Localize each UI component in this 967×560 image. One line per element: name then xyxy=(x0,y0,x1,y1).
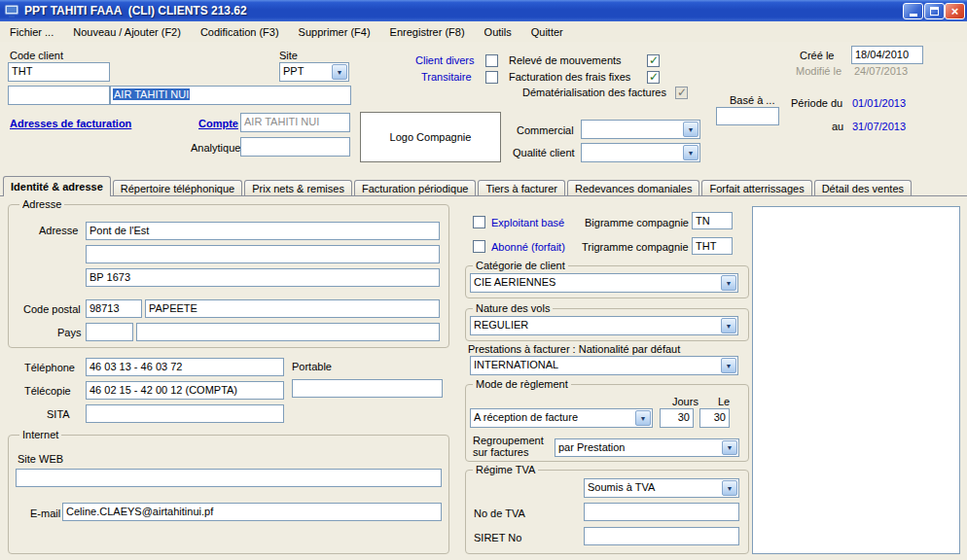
categorie-client-select[interactable]: CIE AERIENNES xyxy=(470,273,738,293)
no-tva-input[interactable] xyxy=(584,503,739,521)
tab-prix-nets-remises[interactable]: Prix nets & remises xyxy=(244,180,352,195)
trigramme-label: Trigramme compagnie xyxy=(582,241,689,253)
tab-facturation-periodique[interactable]: Facturation périodique xyxy=(354,180,476,195)
adresse-line1-input[interactable]: Pont de l'Est xyxy=(86,222,440,240)
transitaire-checkbox[interactable] xyxy=(485,71,498,84)
exploitant-base-checkbox[interactable] xyxy=(473,216,485,228)
logo-compagnie-label: Logo Compagnie xyxy=(390,131,472,143)
qualite-client-select[interactable] xyxy=(581,143,700,162)
site-select[interactable]: PPT xyxy=(279,62,349,82)
tab-identite-adresse[interactable]: Identité & adresse xyxy=(3,176,111,196)
base-a-input[interactable] xyxy=(716,107,779,125)
facturation-frais-fixes-checkbox[interactable] xyxy=(647,71,660,84)
sita-input[interactable] xyxy=(86,404,284,423)
dropdown-arrow-icon[interactable] xyxy=(722,440,737,455)
dematerialisation-checkbox[interactable] xyxy=(675,87,688,99)
regime-tva-select-value: Soumis à TVA xyxy=(588,481,721,493)
jours-label: Jours xyxy=(672,396,698,407)
echeance-select[interactable]: A réception de facture xyxy=(470,408,653,428)
trigramme-input[interactable]: THT xyxy=(692,237,733,255)
releve-mouvements-label: Relevé de mouvements xyxy=(509,54,622,66)
menu-codification[interactable]: Codification (F3) xyxy=(191,23,289,41)
dropdown-arrow-icon[interactable] xyxy=(683,122,698,137)
site-label: Site xyxy=(279,50,298,61)
portable-label: Portable xyxy=(292,361,332,372)
sita-label: SITA xyxy=(47,408,70,420)
notes-list-panel[interactable] xyxy=(752,206,960,554)
le-input[interactable]: 30 xyxy=(699,408,730,428)
regime-tva-select[interactable]: Soumis à TVA xyxy=(584,478,739,498)
cree-le-input[interactable]: 18/04/2010 xyxy=(851,46,923,64)
menu-supprimer[interactable]: Supprimer (F4) xyxy=(289,23,380,41)
site-web-input[interactable] xyxy=(16,469,442,487)
ville-input[interactable]: PAPEETE xyxy=(145,299,440,318)
menu-nouveau-ajouter[interactable]: Nouveau / Ajouter (F2) xyxy=(63,23,191,41)
adresse-line2-input[interactable] xyxy=(86,245,440,263)
telecopie-label: Télécopie xyxy=(24,385,71,397)
qualite-client-label: Qualité client xyxy=(513,147,575,158)
client-divers-checkbox[interactable] xyxy=(485,54,498,67)
client-code-secondary-input[interactable] xyxy=(8,86,110,105)
periode-du-value: 01/01/2013 xyxy=(852,97,906,109)
modifie-le-value: 24/07/2013 xyxy=(854,65,908,77)
adresse-line3-input[interactable]: BP 1673 xyxy=(86,268,440,287)
minimize-button[interactable] xyxy=(903,3,923,19)
releve-mouvements-checkbox[interactable] xyxy=(647,54,660,67)
commercial-select[interactable] xyxy=(581,120,700,139)
dropdown-arrow-icon[interactable] xyxy=(721,318,736,333)
menu-outils[interactable]: Outils xyxy=(475,23,521,41)
jours-input[interactable]: 30 xyxy=(660,408,694,428)
abonne-forfait-checkbox[interactable] xyxy=(473,240,485,253)
dropdown-arrow-icon[interactable] xyxy=(635,410,651,426)
prestations-select[interactable]: INTERNATIONAL xyxy=(470,356,738,375)
regroupement-label-line2: sur factures xyxy=(473,446,528,458)
siret-input[interactable] xyxy=(584,527,739,545)
portable-input[interactable] xyxy=(292,379,443,398)
maximize-button[interactable] xyxy=(924,3,945,19)
compte-link[interactable]: Compte xyxy=(198,118,238,129)
client-name-input[interactable]: AIR TAHITI NUI xyxy=(110,86,351,105)
telecopie-input[interactable]: 46 02 15 - 42 00 12 (COMPTA) xyxy=(86,381,284,400)
minimize-icon xyxy=(910,14,917,17)
prestations-select-value: INTERNATIONAL xyxy=(474,359,720,370)
maximize-icon xyxy=(930,7,939,16)
dropdown-arrow-icon[interactable] xyxy=(722,480,737,496)
au-value: 31/07/2013 xyxy=(852,121,906,132)
code-client-input[interactable]: THT xyxy=(8,62,110,82)
dropdown-arrow-icon[interactable] xyxy=(332,64,347,80)
tab-repertoire-telephonique[interactable]: Répertoire téléphonique xyxy=(113,180,242,195)
telephone-label: Téléphone xyxy=(24,362,75,373)
echeance-select-value: A réception de facture xyxy=(474,411,634,423)
code-postal-input[interactable]: 98713 xyxy=(86,299,142,318)
mode-reglement-group-title: Mode de règlement xyxy=(473,378,571,390)
close-button[interactable]: × xyxy=(945,3,965,19)
title-bar[interactable]: PPT TAHITI FAAA (CLI) CLIENTS 213.62 xyxy=(0,0,967,21)
tab-tiers-a-facturer[interactable]: Tiers à facturer xyxy=(478,180,565,195)
transitaire-label: Transitaire xyxy=(421,71,472,83)
dropdown-arrow-icon[interactable] xyxy=(683,145,698,160)
menu-quitter[interactable]: Quitter xyxy=(521,23,573,41)
nature-vols-select[interactable]: REGULIER xyxy=(470,316,738,335)
email-input[interactable]: Celine.CLAEYS@airtahitinui.pf xyxy=(62,503,442,521)
compte-input[interactable]: AIR TAHITI NUI xyxy=(240,113,350,132)
pays-code-input[interactable] xyxy=(86,323,133,341)
tab-forfait-atterrissages[interactable]: Forfait atterrissages xyxy=(701,180,811,195)
adresse-label: Adresse xyxy=(39,225,78,236)
pays-label: Pays xyxy=(57,327,81,338)
adresses-facturation-link[interactable]: Adresses de facturation xyxy=(10,118,131,129)
menu-fichier[interactable]: Fichier ... xyxy=(0,23,63,41)
tab-detail-des-ventes[interactable]: Détail des ventes xyxy=(814,180,912,195)
pays-nom-input[interactable] xyxy=(136,323,440,341)
bigramme-input[interactable]: TN xyxy=(692,212,733,229)
dropdown-arrow-icon[interactable] xyxy=(721,358,736,373)
tab-redevances-domaniales[interactable]: Redevances domaniales xyxy=(567,180,699,195)
client-divers-label: Client divers xyxy=(415,54,475,66)
dropdown-arrow-icon[interactable] xyxy=(721,275,736,291)
analytique-input[interactable] xyxy=(240,137,350,157)
telephone-input[interactable]: 46 03 13 - 46 03 72 xyxy=(86,358,284,376)
regroupement-select[interactable]: par Prestation xyxy=(555,438,739,457)
categorie-client-select-value: CIE AERIENNES xyxy=(474,276,720,288)
site-select-value: PPT xyxy=(283,65,331,77)
menu-enregistrer[interactable]: Enregistrer (F8) xyxy=(380,23,475,41)
code-client-label: Code client xyxy=(10,50,63,61)
